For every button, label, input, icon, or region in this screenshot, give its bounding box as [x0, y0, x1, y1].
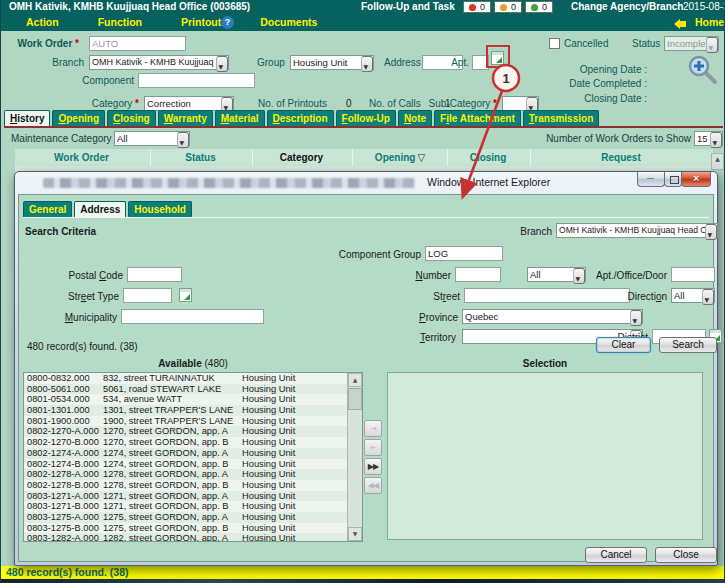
dropdown-button[interactable] — [630, 310, 642, 326]
popup-branch-select[interactable]: OMH Kativik - KMHB Kuujjuaq Head Office — [556, 223, 718, 238]
address-list-item[interactable]: 0803-1271-B.000 1271, street GORDON, app… — [24, 501, 347, 512]
province-select[interactable]: Quebec — [462, 309, 643, 324]
column-header[interactable]: Category — [253, 149, 353, 166]
cancelled-checkbox[interactable] — [549, 38, 560, 49]
main-tab[interactable]: Description — [267, 110, 334, 126]
popup-tab[interactable]: General — [23, 201, 72, 217]
dropdown-button[interactable] — [216, 56, 228, 72]
column-header[interactable]: Closing — [448, 149, 531, 166]
followup-badge[interactable]: 0 — [463, 1, 491, 13]
work-order-input[interactable] — [89, 36, 186, 51]
scroll-up-button[interactable]: ▲ — [348, 373, 362, 387]
menu-item[interactable]: Documents — [260, 16, 317, 28]
available-list[interactable]: 0800-0832.000 832, street TURAINNATUK Ho… — [23, 372, 363, 542]
unit-address: 1274, street GORDON, app. B — [103, 459, 242, 470]
address-list-item[interactable]: 0801-1900.000 1900, street TRAPPER'S LAN… — [24, 416, 347, 427]
component-input[interactable] — [138, 73, 255, 88]
postal-code-input[interactable] — [127, 267, 182, 282]
move-left-button[interactable]: ← — [364, 439, 382, 456]
address-list-item[interactable]: 0802-1274-A.000 1274, street GORDON, app… — [24, 448, 347, 459]
apt-office-door-input[interactable] — [671, 267, 715, 282]
address-list-item[interactable]: 0803-1275-A.000 1275, street GORDON, app… — [24, 512, 347, 523]
dropdown-button[interactable] — [361, 56, 373, 72]
address-list-item[interactable]: 0801-0534.000 534, avenue WATT Housing U… — [24, 394, 347, 405]
address-list-item[interactable]: 0803-1275-B.000 1275, street GORDON, app… — [24, 523, 347, 534]
menu-item[interactable]: Function — [98, 16, 142, 28]
address-list-item[interactable]: 0800-0832.000 832, street TURAINNATUK Ho… — [24, 373, 347, 384]
menu-item[interactable]: Action — [26, 16, 59, 28]
address-list-item[interactable]: 0802-1270-B.000 1270, street GORDON, app… — [24, 437, 347, 448]
branch-select[interactable]: OMH Kativik - KMHB Kuujjuaq He — [89, 55, 229, 70]
subcategory-select[interactable] — [502, 96, 539, 111]
sort-indicator-icon: ▽ — [417, 152, 425, 163]
home-link[interactable]: Home — [695, 16, 724, 28]
popup-title-bar[interactable]: Windows Internet Explorer — [15, 172, 717, 194]
main-tab[interactable]: Note — [398, 110, 432, 126]
address-list-item[interactable]: 0803-1282-A.000 1282, street GORDON, app… — [24, 533, 347, 541]
column-header[interactable]: Request — [531, 149, 713, 166]
move-all-left-button[interactable]: ◀◀ — [364, 477, 382, 494]
column-header[interactable]: Work Order — [15, 149, 151, 166]
address-list-item[interactable]: 0802-1278-B.000 1278, street GORDON, app… — [24, 480, 347, 491]
main-tab[interactable]: Warranty — [158, 110, 213, 126]
move-all-right-button[interactable]: ▶▶ — [364, 458, 382, 475]
orders-to-show-select[interactable]: 15 — [694, 131, 723, 146]
apt-input[interactable] — [472, 55, 489, 70]
main-tab[interactable]: History — [4, 110, 50, 126]
status-select[interactable]: Incomplete — [664, 36, 719, 51]
popup-tab[interactable]: Address — [74, 201, 126, 217]
address-list-item[interactable]: 0800-5061.000 5061, road STEWART LAKE Ho… — [24, 384, 347, 395]
unit-address: 1278, street GORDON, app. A — [103, 469, 242, 480]
search-button[interactable]: Search — [659, 337, 717, 353]
municipality-input[interactable] — [121, 309, 264, 324]
clear-button[interactable]: Clear — [596, 337, 651, 353]
address-search-popup: Windows Internet Explorer GeneralAddress… — [14, 171, 718, 566]
selection-list[interactable] — [387, 372, 703, 540]
table-scrollbar-up-button[interactable] — [711, 153, 724, 170]
component-group-input[interactable] — [425, 246, 503, 261]
move-right-button[interactable]: → — [364, 420, 382, 437]
zoom-icon[interactable] — [687, 54, 721, 88]
dropdown-button[interactable] — [702, 289, 714, 305]
main-tab[interactable]: Opening — [52, 110, 105, 126]
close-button[interactable]: Close — [655, 547, 717, 563]
cancel-button[interactable]: Cancel — [585, 547, 647, 563]
main-tab[interactable]: Transmission — [523, 110, 599, 126]
close-window-button[interactable] — [681, 172, 711, 187]
apt-lookup-icon[interactable] — [491, 51, 504, 65]
followup-badge[interactable]: 0 — [525, 1, 553, 13]
address-list-item[interactable]: 0803-1271-A.000 1271, street GORDON, app… — [24, 491, 347, 502]
column-header[interactable]: Opening▽ — [353, 149, 448, 166]
maintenance-category-select[interactable]: All — [114, 131, 190, 146]
available-list-scrollbar[interactable]: ▲ ▼ — [347, 373, 362, 541]
main-tab[interactable]: Material — [215, 110, 265, 126]
dropdown-button[interactable] — [705, 224, 717, 240]
followup-badge[interactable]: 0 — [494, 1, 522, 13]
dropdown-button[interactable] — [177, 132, 189, 148]
group-select[interactable]: Housing Unit — [290, 55, 374, 70]
number-input[interactable] — [455, 267, 501, 282]
direction-select[interactable]: All — [671, 288, 715, 303]
dropdown-button[interactable] — [710, 132, 722, 148]
street-type-input[interactable] — [123, 288, 172, 303]
address-list-item[interactable]: 0802-1278-A.000 1278, street GORDON, app… — [24, 469, 347, 480]
scroll-thumb[interactable] — [348, 388, 362, 410]
main-tab[interactable]: Follow-Up — [336, 110, 396, 126]
dropdown-button[interactable] — [706, 37, 718, 53]
minimize-button[interactable] — [637, 172, 665, 187]
menu-item[interactable]: Printout — [181, 16, 221, 28]
maximize-button[interactable] — [664, 172, 682, 187]
address-list-item[interactable]: 0801-1301.000 1301, street TRAPPER'S LAN… — [24, 405, 347, 416]
change-agency-link[interactable]: Change Agency/Branch — [571, 0, 683, 14]
column-header[interactable]: Status — [151, 149, 253, 166]
address-list-item[interactable]: 0802-1270-A.000 1270, street GORDON, app… — [24, 426, 347, 437]
back-arrow-icon[interactable] — [669, 19, 686, 29]
help-icon[interactable]: ? — [221, 16, 234, 29]
popup-tab[interactable]: Household — [128, 201, 192, 217]
street-type-lookup-icon[interactable] — [179, 288, 192, 302]
main-tab[interactable]: File Attachment — [434, 110, 521, 126]
address-list-item[interactable]: 0802-1274-B.000 1274, street GORDON, app… — [24, 459, 347, 470]
scroll-down-button[interactable]: ▼ — [348, 527, 362, 541]
main-tab[interactable]: Closing — [107, 110, 156, 126]
category-select[interactable]: Correction — [144, 96, 234, 111]
